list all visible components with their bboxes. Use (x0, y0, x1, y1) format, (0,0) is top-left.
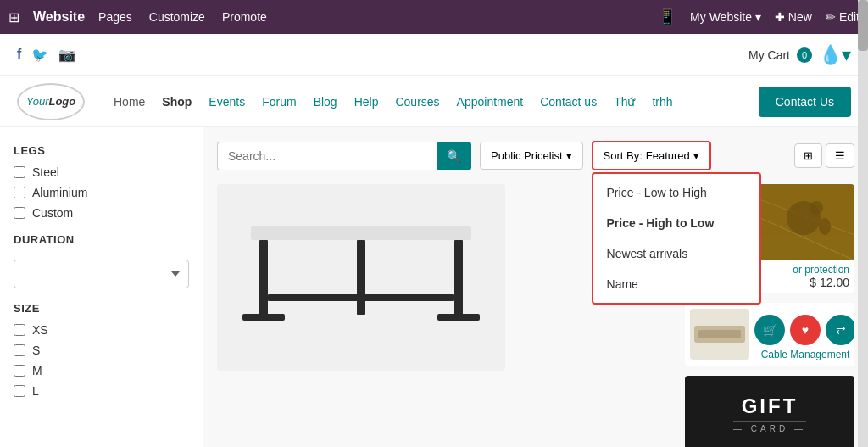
instagram-link[interactable]: 📷 (58, 47, 75, 63)
mobile-icon: 📱 (658, 8, 676, 26)
duration-title: DURATION (14, 233, 189, 246)
sort-option-high-low[interactable]: Price - High to Low (593, 208, 760, 238)
admin-customize-link[interactable]: Customize (149, 10, 205, 24)
facebook-link[interactable]: f (17, 47, 21, 63)
l-option[interactable]: L (14, 384, 189, 398)
search-input[interactable] (217, 142, 437, 170)
nav-shop[interactable]: Shop (162, 95, 192, 109)
grid-icon: ⊞ (8, 9, 19, 25)
list-view-button[interactable]: ☰ (826, 143, 854, 168)
admin-pages-link[interactable]: Pages (98, 10, 132, 24)
xs-label: XS (32, 323, 48, 337)
steel-checkbox[interactable] (14, 166, 25, 178)
nav-blog[interactable]: Blog (314, 95, 337, 109)
custom-label: Custom (32, 206, 73, 220)
custom-option[interactable]: Custom (14, 206, 189, 220)
twitter-link[interactable]: 🐦 (31, 47, 48, 63)
sort-label: Sort By: (604, 149, 643, 162)
aluminium-option[interactable]: Aluminium (14, 186, 189, 199)
xs-option[interactable]: XS (14, 323, 189, 337)
contact-us-button[interactable]: Contact Us (759, 87, 851, 117)
admin-bar: ⊞ Website Pages Customize Promote 📱 My W… (0, 0, 868, 34)
nav-home[interactable]: Home (114, 95, 145, 109)
nav-thu[interactable]: Thứ (614, 95, 635, 109)
admin-nav: Pages Customize Promote (98, 10, 267, 24)
pricelist-button[interactable]: Public Pricelist ▾ (480, 142, 583, 170)
desk-svg (225, 193, 497, 362)
svg-point-12 (819, 218, 831, 235)
new-button[interactable]: ✚ New (775, 10, 812, 24)
cart-area: My Cart 0 💧▾ (748, 44, 851, 66)
xs-checkbox[interactable] (14, 324, 25, 336)
plus-icon: ✚ (775, 10, 785, 24)
cable-svg (690, 313, 749, 355)
sort-wrapper: Sort By: Featured ▾ Price - Low to High … (592, 141, 711, 170)
logo[interactable]: YourLogo (17, 83, 85, 120)
nav-events[interactable]: Events (209, 95, 245, 109)
grid-view-button[interactable]: ⊞ (794, 143, 822, 168)
gift-card-sub: — CARD — (733, 421, 806, 433)
sort-chevron-icon: ▾ (693, 149, 699, 162)
sort-option-low-high[interactable]: Price - Low to High (593, 177, 760, 208)
sort-option-name[interactable]: Name (593, 269, 760, 299)
cable-heart-button[interactable]: ♥ (790, 315, 821, 345)
legs-title: LEGS (14, 144, 189, 157)
custom-checkbox[interactable] (14, 207, 25, 219)
cart-label[interactable]: My Cart (748, 48, 790, 62)
logo-area: YourLogo (17, 83, 85, 120)
desk-image (217, 184, 505, 371)
search-sort-bar: 🔍 Public Pricelist ▾ Sort By: Featured ▾… (217, 141, 854, 170)
gift-card[interactable]: GIFT — CARD — (685, 376, 854, 447)
my-website-link[interactable]: My Website ▾ (690, 10, 761, 24)
edit-button[interactable]: ✏ Edit (826, 10, 860, 24)
svg-rect-4 (437, 314, 480, 321)
nav-forum[interactable]: Forum (262, 95, 296, 109)
nav-appointment[interactable]: Appointment (457, 95, 524, 109)
nav-trhh[interactable]: trhh (652, 95, 672, 109)
duration-select[interactable] (14, 260, 189, 288)
s-option[interactable]: S (14, 344, 189, 357)
sort-option-newest[interactable]: Newest arrivals (593, 238, 760, 269)
nav-contact-us[interactable]: Contact us (540, 95, 597, 109)
size-section: SIZE XS S M L (14, 302, 189, 398)
nav-help[interactable]: Help (354, 95, 379, 109)
scroll-thumb[interactable] (858, 0, 868, 51)
warranty-protection-label: or protection (793, 264, 849, 276)
content-area: LEGS Steel Aluminium Custom DURATION SIZ… (0, 127, 868, 447)
logo-text: YourLogo (26, 95, 76, 108)
shop-main: 🔍 Public Pricelist ▾ Sort By: Featured ▾… (203, 127, 868, 447)
cable-card: 🛒 ♥ ⇄ Cable Management (685, 303, 854, 366)
facebook-icon: f (17, 47, 21, 61)
m-label: M (32, 364, 42, 377)
pricelist-chevron-icon: ▾ (566, 149, 572, 162)
profile-drop-icon[interactable]: 💧▾ (819, 44, 851, 66)
s-checkbox[interactable] (14, 344, 25, 356)
cable-info: 🛒 ♥ ⇄ Cable Management (754, 308, 854, 360)
scrollbar[interactable] (858, 0, 868, 447)
svg-rect-1 (259, 240, 268, 316)
sort-dropdown: Price - Low to High Price - High to Low … (592, 172, 761, 305)
pricelist-label: Public Pricelist (491, 149, 563, 162)
cable-actions: 🛒 ♥ ⇄ (754, 315, 854, 345)
m-option[interactable]: M (14, 364, 189, 377)
search-button[interactable]: 🔍 (437, 142, 471, 170)
cable-cart-button[interactable]: 🛒 (754, 315, 785, 345)
m-checkbox[interactable] (14, 365, 25, 377)
s-label: S (32, 344, 40, 357)
size-title: SIZE (14, 302, 189, 315)
site-name[interactable]: Website (33, 9, 85, 25)
cable-compare-button[interactable]: ⇄ (826, 315, 854, 345)
svg-rect-14 (698, 330, 741, 338)
cable-card-inner: 🛒 ♥ ⇄ Cable Management (685, 303, 854, 366)
aluminium-label: Aluminium (32, 186, 87, 199)
steel-option[interactable]: Steel (14, 165, 189, 179)
aluminium-checkbox[interactable] (14, 187, 25, 198)
cable-label: Cable Management (754, 349, 854, 360)
sort-button[interactable]: Sort By: Featured ▾ (592, 141, 711, 170)
nav-courses[interactable]: Courses (395, 95, 439, 109)
duration-section: DURATION (14, 233, 189, 288)
l-checkbox[interactable] (14, 385, 25, 397)
admin-promote-link[interactable]: Promote (222, 10, 267, 24)
l-label: L (32, 384, 39, 398)
svg-rect-0 (251, 226, 471, 240)
